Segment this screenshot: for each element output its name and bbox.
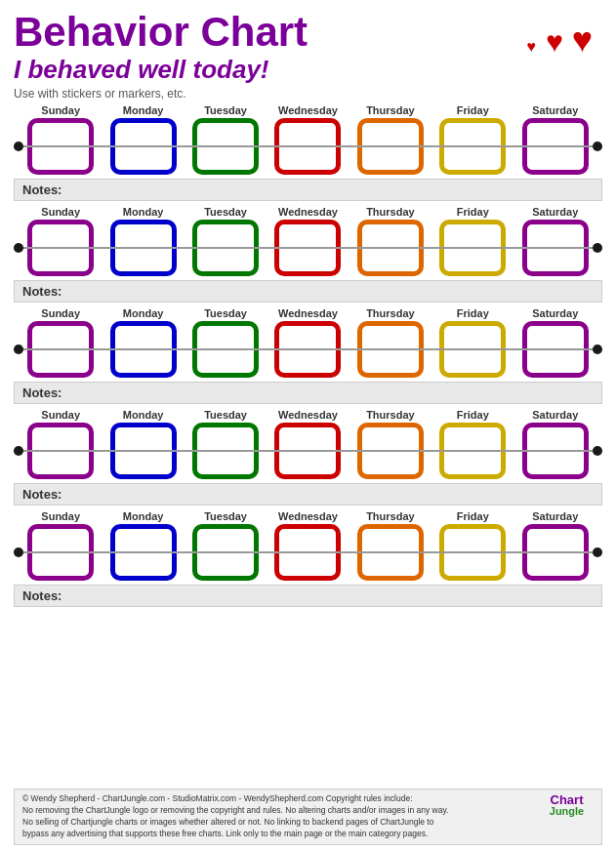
timeline-4 xyxy=(14,450,602,452)
day-tuesday-2: Tuesday xyxy=(185,206,267,220)
day-friday-4: Friday xyxy=(431,409,513,423)
days-header-4: Sunday Monday Tuesday Wednesday Thursday… xyxy=(14,409,602,423)
day-wednesday-2: Wednesday xyxy=(267,206,349,220)
boxes-row-4 xyxy=(14,423,602,479)
day-sunday-1: Sunday xyxy=(20,104,102,118)
hearts-decoration: ♥ ♥ ♥ xyxy=(526,10,602,61)
dot-left-2 xyxy=(14,243,23,253)
footer-copyright: © Wendy Shepherd - ChartJungle.com - Stu… xyxy=(22,793,534,805)
day-wednesday-5: Wednesday xyxy=(267,510,349,524)
timeline-5 xyxy=(14,551,602,553)
day-sunday-4: Sunday xyxy=(20,409,102,423)
boxes-row-2 xyxy=(14,220,602,276)
days-header-3: Sunday Monday Tuesday Wednesday Thursday… xyxy=(14,307,602,321)
dot-right-4 xyxy=(593,446,602,456)
dot-left-4 xyxy=(14,446,23,456)
week-row-5: Sunday Monday Tuesday Wednesday Thursday… xyxy=(14,510,602,609)
day-saturday-5: Saturday xyxy=(514,510,596,524)
dot-left-3 xyxy=(14,344,23,354)
day-saturday-4: Saturday xyxy=(514,409,596,423)
day-saturday-3: Saturday xyxy=(514,307,596,321)
week-row-4: Sunday Monday Tuesday Wednesday Thursday… xyxy=(14,409,602,507)
day-monday-5: Monday xyxy=(102,510,184,524)
day-friday-2: Friday xyxy=(431,206,513,220)
week-row-2: Sunday Monday Tuesday Wednesday Thursday… xyxy=(14,206,602,304)
day-tuesday-5: Tuesday xyxy=(185,510,267,524)
day-saturday-1: Saturday xyxy=(514,104,596,118)
day-friday-1: Friday xyxy=(431,104,513,118)
boxes-row-5 xyxy=(14,524,602,581)
dot-left-5 xyxy=(14,547,23,557)
heart-medium-icon: ♥ xyxy=(546,25,563,58)
dot-right-2 xyxy=(593,243,602,253)
week-row-3: Sunday Monday Tuesday Wednesday Thursday… xyxy=(14,307,602,406)
day-friday-5: Friday xyxy=(431,510,513,524)
week-row-1: Sunday Monday Tuesday Wednesday Thursday… xyxy=(14,104,602,203)
footer-rules: No removing the ChartJungle logo or remo… xyxy=(22,805,534,840)
dot-right-3 xyxy=(593,344,602,354)
behavior-chart-page: Behavior Chart I behaved well today! Use… xyxy=(0,0,616,851)
day-tuesday-3: Tuesday xyxy=(185,307,267,321)
day-wednesday-3: Wednesday xyxy=(267,307,349,321)
notes-bar-5: Notes: xyxy=(14,585,602,607)
day-friday-3: Friday xyxy=(431,307,513,321)
day-saturday-2: Saturday xyxy=(514,206,596,220)
header: Behavior Chart I behaved well today! Use… xyxy=(14,10,602,101)
day-thursday-4: Thursday xyxy=(349,409,431,423)
day-tuesday-1: Tuesday xyxy=(185,104,267,118)
day-tuesday-4: Tuesday xyxy=(185,409,267,423)
day-wednesday-1: Wednesday xyxy=(267,104,349,118)
heart-large-icon: ♥ xyxy=(572,20,593,60)
page-title: Behavior Chart xyxy=(14,10,308,55)
day-sunday-3: Sunday xyxy=(20,307,102,321)
day-wednesday-4: Wednesday xyxy=(267,409,349,423)
dot-right-5 xyxy=(593,547,602,557)
timeline-3 xyxy=(14,348,602,350)
footer: © Wendy Shepherd - ChartJungle.com - Stu… xyxy=(14,789,602,845)
days-header-5: Sunday Monday Tuesday Wednesday Thursday… xyxy=(14,510,602,524)
tagline: Use with stickers or markers, etc. xyxy=(14,87,308,101)
dot-right-1 xyxy=(593,142,602,151)
day-monday-4: Monday xyxy=(102,409,184,423)
subtitle: I behaved well today! xyxy=(14,55,308,85)
boxes-row-3 xyxy=(14,321,602,378)
logo-area: Chart Jungle xyxy=(540,793,594,817)
days-header-2: Sunday Monday Tuesday Wednesday Thursday… xyxy=(14,206,602,220)
dot-left-1 xyxy=(14,142,23,151)
day-thursday-5: Thursday xyxy=(349,510,431,524)
day-thursday-1: Thursday xyxy=(349,104,431,118)
notes-bar-4: Notes: xyxy=(14,483,602,506)
notes-bar-3: Notes: xyxy=(14,382,602,404)
heart-small-icon: ♥ xyxy=(526,38,536,55)
timeline-1 xyxy=(14,145,602,147)
day-monday-1: Monday xyxy=(102,104,184,118)
boxes-row-1 xyxy=(14,118,602,175)
day-sunday-2: Sunday xyxy=(20,206,102,220)
day-thursday-2: Thursday xyxy=(349,206,431,220)
notes-bar-1: Notes: xyxy=(14,179,602,201)
footer-text: © Wendy Shepherd - ChartJungle.com - Stu… xyxy=(22,793,534,840)
day-sunday-5: Sunday xyxy=(20,510,102,524)
notes-bar-2: Notes: xyxy=(14,280,602,303)
day-thursday-3: Thursday xyxy=(349,307,431,321)
day-monday-2: Monday xyxy=(102,206,184,220)
timeline-2 xyxy=(14,247,602,249)
day-monday-3: Monday xyxy=(102,307,184,321)
days-header-1: Sunday Monday Tuesday Wednesday Thursday… xyxy=(14,104,602,118)
logo-jungle-text: Jungle xyxy=(550,806,584,817)
